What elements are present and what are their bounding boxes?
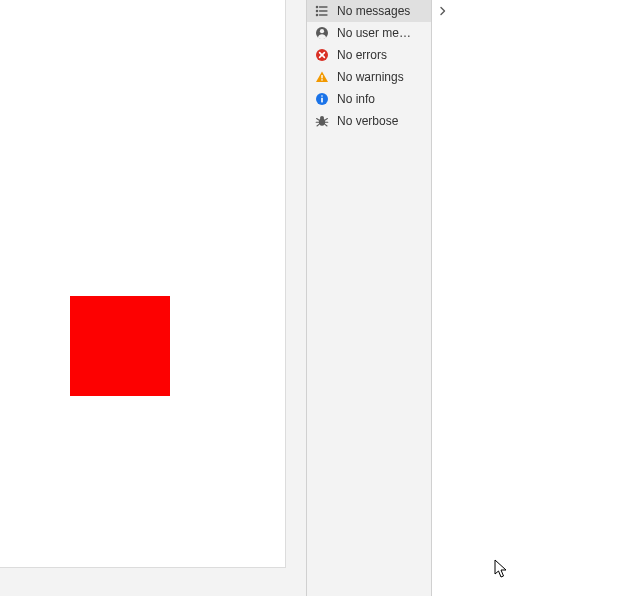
console-filter-list: No messages No user me… (307, 0, 432, 596)
svg-point-17 (320, 116, 324, 120)
preview-pane (0, 0, 306, 596)
user-icon (315, 26, 329, 40)
svg-line-22 (317, 124, 319, 126)
filter-label: No info (337, 92, 375, 106)
svg-point-7 (320, 29, 324, 33)
svg-point-4 (316, 14, 317, 15)
svg-line-23 (325, 124, 327, 126)
filter-warnings[interactable]: No warnings (307, 66, 431, 88)
filter-label: No messages (337, 4, 410, 18)
filter-errors[interactable]: No errors (307, 44, 431, 66)
console-sidebar: No messages No user me… (306, 0, 628, 596)
filter-label: No errors (337, 48, 387, 62)
svg-rect-12 (321, 79, 322, 80)
console-pane: No messages No user me… (306, 0, 628, 596)
filter-messages[interactable]: No messages (307, 0, 431, 22)
svg-line-18 (317, 119, 319, 121)
info-icon (315, 92, 329, 106)
filter-label: No user me… (337, 26, 411, 40)
bug-icon (315, 114, 329, 128)
app-root: No messages No user me… (0, 0, 628, 596)
list-icon (315, 4, 329, 18)
svg-rect-11 (321, 75, 322, 78)
filter-verbose[interactable]: No verbose (307, 110, 431, 132)
filter-info[interactable]: No info (307, 88, 431, 110)
red-square (70, 296, 170, 396)
chevron-right-icon[interactable] (436, 4, 450, 18)
svg-rect-15 (321, 98, 323, 103)
filter-label: No verbose (337, 114, 398, 128)
page-canvas (0, 0, 286, 568)
warning-icon (315, 70, 329, 84)
error-icon (315, 48, 329, 62)
svg-rect-14 (321, 95, 323, 97)
svg-point-2 (316, 10, 317, 11)
filter-user-messages[interactable]: No user me… (307, 22, 431, 44)
filter-label: No warnings (337, 70, 404, 84)
svg-line-19 (325, 119, 327, 121)
svg-point-0 (316, 6, 317, 7)
console-detail-area (432, 0, 628, 596)
